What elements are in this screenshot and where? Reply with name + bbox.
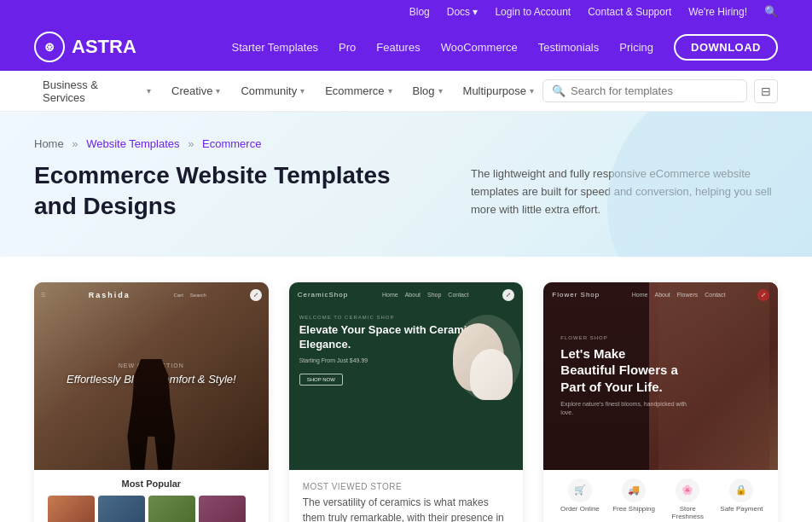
cat-creative[interactable]: Creative ▾ [163,79,229,102]
business-arrow: ▾ [147,86,151,96]
most-popular-label: Most Popular [48,478,255,489]
logo[interactable]: ⊛ ASTRA [34,32,136,62]
search-input[interactable] [571,84,738,97]
nav-links: Starter Templates Pro Features WooCommer… [231,34,778,61]
page-title: Ecommerce Website Templates and Designs [34,160,392,223]
card-ceramic-nav: CeramicShop Home About Shop Contact ⤢ [289,289,524,301]
card-ceramic-btn[interactable]: SHOP NOW [299,374,343,386]
card-fashion-brand: Rashida [89,291,130,299]
template-card-ceramic[interactable]: CeramicShop Home About Shop Contact ⤢ WE… [289,282,524,522]
template-card-fashion[interactable]: ☰ Rashida Cart Search ⤢ NEW COLLECTION E… [34,282,269,522]
card-flower-title: Let's Make Beautiful Flowers a Part of Y… [560,345,680,396]
breadcrumb: Home » Website Templates » Ecommerce [34,137,778,150]
card-ceramic-preview: CeramicShop Home About Shop Contact ⤢ WE… [289,282,524,470]
thumb-3[interactable] [148,496,195,522]
card-ceramic-expand[interactable]: ⤢ [502,289,514,301]
breadcrumb-website-templates[interactable]: Website Templates [86,137,179,150]
feature-shipping: 🚚 Free Shipping [610,478,658,520]
multipurpose-arrow: ▾ [530,86,534,96]
card-fashion-body: Most Popular [34,470,269,522]
top-bar: Blog Docs ▾ Login to Account Contact & S… [0,0,812,23]
feature-order: 🛒 Order Online [555,478,604,520]
templates-section: ☰ Rashida Cart Search ⤢ NEW COLLECTION E… [0,257,812,522]
card-ceramic-tag: MOST VIEWED STORE [303,482,510,491]
filter-button[interactable]: ⊟ [754,79,778,103]
template-card-flower[interactable]: Flower Shop Home About Flowers Contact ⤢… [543,282,778,522]
card-expand-icon[interactable]: ⤢ [250,289,262,301]
creative-arrow: ▾ [216,86,220,96]
feature-freshness: 🌸 Store Freshness [664,478,712,520]
search-icon: 🔍 [552,84,566,97]
hero-description: The lightweight and fully responsive eCo… [471,160,778,218]
card-ceramic-body: MOST VIEWED STORE The versatility of cer… [289,470,524,522]
search-filter: 🔍 ⊟ [542,79,778,103]
top-contact-link[interactable]: Contact & Support [588,6,671,18]
card-ceramic-main: WELCOME TO CERAMIC SHOP Elevate Your Spa… [299,306,513,470]
card-flower-content: FLOWER SHOP Let's Make Beautiful Flowers… [543,282,778,470]
feature-payment: 🔒 Safe Payment [717,478,766,520]
ecommerce-arrow: ▾ [388,86,392,96]
cat-multipurpose[interactable]: Multipurpose ▾ [455,79,542,102]
search-box: 🔍 [542,79,747,102]
top-login-link[interactable]: Login to Account [495,6,571,18]
community-arrow: ▾ [300,86,304,96]
nav-pricing[interactable]: Pricing [619,41,653,54]
card-ceramic-brand: CeramicShop [298,291,348,299]
breadcrumb-sep2: » [188,137,194,150]
cat-ecommerce[interactable]: Ecommerce ▾ [316,79,400,102]
category-nav: Business & Services ▾ Creative ▾ Communi… [0,71,812,112]
breadcrumb-current: Ecommerce [202,137,261,150]
thumb-2[interactable] [98,496,145,522]
thumb-1[interactable] [48,496,95,522]
nav-testimonials[interactable]: Testimonials [538,41,600,54]
nav-pro[interactable]: Pro [339,41,356,54]
download-button[interactable]: DOWNLOAD [674,34,778,61]
cat-community[interactable]: Community ▾ [232,79,313,102]
breadcrumb-sep1: » [72,137,78,150]
thumbnail-row [48,496,255,522]
card-flower-features: 🛒 Order Online 🚚 Free Shipping 🌸 Store F… [543,470,778,522]
thumb-4[interactable] [199,496,246,522]
card-flower-desc: Explore nature's finest blooms, handpick… [560,400,697,417]
logo-icon: ⊛ [34,32,65,62]
card-ceramic-desc: The versatility of ceramics is what make… [303,495,510,522]
card-fashion-preview: ☰ Rashida Cart Search ⤢ NEW COLLECTION E… [34,282,269,470]
nav-woocommerce[interactable]: WooCommerce [441,41,518,54]
templates-grid: ☰ Rashida Cart Search ⤢ NEW COLLECTION E… [34,282,778,522]
cat-business[interactable]: Business & Services ▾ [34,73,160,109]
hero-content: Ecommerce Website Templates and Designs … [34,160,778,223]
breadcrumb-home[interactable]: Home [34,137,64,150]
hero-section: Home » Website Templates » Ecommerce Eco… [0,112,812,257]
card-flower-tag: FLOWER SHOP [560,335,761,340]
logo-text: ASTRA [72,36,136,58]
cat-blog[interactable]: Blog ▾ [404,79,451,102]
nav-features[interactable]: Features [376,41,420,54]
top-blog-link[interactable]: Blog [409,6,430,18]
nav-starter-templates[interactable]: Starter Templates [231,41,318,54]
card-flower-preview: Flower Shop Home About Flowers Contact ⤢… [543,282,778,470]
cat-nav-links: Business & Services ▾ Creative ▾ Communi… [34,73,542,109]
card-ceramic-image [427,306,513,470]
top-search-icon[interactable]: 🔍 [764,5,778,18]
top-hiring-link[interactable]: We're Hiring! [688,6,747,18]
top-docs-link[interactable]: Docs ▾ [447,6,478,18]
nav-bar: ⊛ ASTRA Starter Templates Pro Features W… [0,23,812,71]
blog-arrow: ▾ [438,86,443,96]
